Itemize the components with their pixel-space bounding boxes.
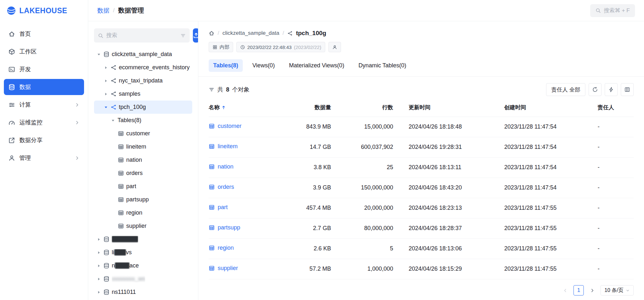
app-logo[interactable]: LAKEHOUSE	[0, 0, 88, 21]
sort-ascending-icon	[221, 105, 226, 110]
sidebar-item-monitor[interactable]: 运维监控	[4, 114, 84, 131]
owner-badge[interactable]	[328, 42, 341, 52]
accelerate-button[interactable]	[605, 83, 618, 96]
table-icon	[118, 210, 124, 216]
column-settings-button[interactable]	[621, 83, 634, 96]
cell-created: 2023/11/28 11:47:54	[504, 117, 598, 137]
cell-created: 2023/11/28 11:47:54	[504, 137, 598, 157]
cell-rows: 25	[331, 157, 393, 178]
sidebar-item-data[interactable]: 数据	[4, 79, 84, 95]
cell-size: 843.9 MB	[289, 117, 331, 137]
tree-node-label: nyc_taxi_tripdata	[119, 77, 163, 84]
tree-node-label: tpch_100g	[119, 104, 146, 111]
chevron-left-icon	[563, 288, 568, 293]
count-suffix: 个对象	[232, 86, 250, 93]
tree-node-samples[interactable]: samples	[94, 87, 192, 101]
table-link-partsupp[interactable]: partsupp	[209, 224, 240, 231]
tree-node-label: region	[126, 209, 142, 216]
tree-node-ns111011[interactable]: ns111011	[94, 285, 192, 299]
cell-rows: 5	[331, 238, 393, 259]
sidebar-item-label: 运维监控	[19, 119, 43, 126]
cell-size: 2.7 GB	[289, 218, 331, 238]
monitor-icon	[8, 119, 15, 126]
next-page-button[interactable]	[587, 285, 597, 295]
sidebar-item-home[interactable]: 首页	[4, 26, 84, 42]
home-icon[interactable]	[209, 30, 214, 36]
tree-node-xxxxxxxx-ws[interactable]: xxxxxxxx_ws	[94, 272, 192, 285]
tree-node-tpch-100g[interactable]: tpch_100g	[94, 101, 192, 114]
sidebar-item-manage[interactable]: 管理	[4, 150, 84, 166]
table-link-orders[interactable]: orders	[209, 184, 234, 190]
cell-updated: 2024/04/26 18:18:48	[393, 117, 504, 137]
tree-node-nyc-taxi-tripdata[interactable]: nyc_taxi_tripdata	[94, 74, 192, 87]
tab-tables-8[interactable]: Tables(8)	[209, 59, 243, 72]
table-link-lineitem[interactable]: lineitem	[209, 143, 238, 150]
refresh-button[interactable]	[589, 83, 601, 96]
page-number[interactable]: 1	[573, 285, 584, 295]
tree-node-clickzetta-sample-data[interactable]: clickzetta_sample_data	[94, 48, 192, 61]
table-link-region[interactable]: region	[209, 245, 234, 251]
tab-views-0[interactable]: Views(0)	[248, 59, 279, 72]
database-icon	[103, 236, 109, 242]
tree-node-tables-8[interactable]: Tables(8)	[94, 114, 192, 127]
tree-node-customer[interactable]: customer	[94, 127, 192, 140]
filter-list-icon[interactable]	[209, 87, 214, 92]
cell-owner: -	[598, 259, 634, 279]
breadcrumb-root[interactable]: 数据	[97, 6, 109, 15]
created-time-badge: 2023/02/22 22:48:43 (2023/02/22)	[236, 42, 325, 52]
table-row-supplier: supplier57.2 MB1,000,0002024/04/26 18:15…	[209, 259, 634, 279]
tree-node-part[interactable]: part	[94, 180, 192, 193]
tab-materialized-views-0[interactable]: Materialized Views(0)	[284, 59, 349, 72]
sidebar-item-develop[interactable]: 开发	[4, 61, 84, 77]
tree-node-nxxxxxace[interactable]: nxxxxxace	[94, 259, 192, 272]
table-icon	[209, 245, 215, 251]
table-link-part[interactable]: part	[209, 204, 228, 211]
tree-node-label: clickzetta_sample_data	[112, 51, 172, 58]
schema-icon	[287, 31, 293, 36]
data-icon	[8, 84, 15, 91]
cell-rows: 80,000,000	[331, 218, 393, 238]
breadcrumb-separator: /	[218, 30, 219, 36]
tree-node-label: Tables(8)	[118, 117, 141, 124]
column-header-name[interactable]: 名称	[209, 99, 289, 117]
column-header-size: 数据量	[289, 99, 331, 117]
table-link-supplier[interactable]: supplier	[209, 265, 238, 272]
sidebar-item-workspace[interactable]: 工作区	[4, 44, 84, 60]
tree-node-lixxxxvs[interactable]: lixxxxvs	[94, 246, 192, 259]
lakehouse-logo-icon	[6, 6, 16, 15]
table-icon	[209, 225, 215, 231]
cell-rows: 600,037,902	[331, 137, 393, 157]
tree-node-orders[interactable]: orders	[94, 167, 192, 180]
filter-icon[interactable]	[180, 33, 186, 38]
prev-page-button[interactable]	[560, 285, 570, 295]
tree-node-label: orders	[126, 170, 143, 177]
owner-filter-button[interactable]: 责任人 全部	[546, 83, 585, 96]
global-search[interactable]: 搜索⌘ + F	[590, 4, 635, 17]
breadcrumb-database[interactable]: clickzetta_sample_data	[223, 30, 279, 36]
main-breadcrumb: / clickzetta_sample_data / tpch_100g	[209, 30, 634, 37]
sidebar-item-label: 首页	[19, 30, 31, 38]
tree-node-region[interactable]: region	[94, 206, 192, 219]
tree-node-lineitem[interactable]: lineitem	[94, 140, 192, 153]
table-link-customer[interactable]: customer	[209, 123, 242, 130]
tree-node-supplier[interactable]: supplier	[94, 219, 192, 233]
sidebar-item-share[interactable]: 数据分享	[4, 132, 84, 148]
main-panel: / clickzetta_sample_data / tpch_100g 内部 …	[198, 21, 644, 300]
cell-owner: -	[598, 117, 634, 137]
upload-button[interactable]	[193, 28, 198, 43]
tree-node-ecommerce-events-history[interactable]: ecommerce_events_history	[94, 61, 192, 74]
explorer-search-input[interactable]	[106, 32, 177, 39]
table-icon	[209, 204, 215, 210]
sidebar-item-compute[interactable]: 计算	[4, 97, 84, 113]
tree-node-partsupp[interactable]: partsupp	[94, 193, 192, 206]
cell-created: 2023/11/28 11:47:54	[504, 178, 598, 198]
tab-dynamic-tables-0[interactable]: Dynamic Tables(0)	[354, 59, 411, 72]
page-size-select[interactable]: 10 条/页	[601, 285, 634, 295]
cell-created: 2023/11/28 11:47:55	[504, 198, 598, 218]
toolbar-right: 责任人 全部	[546, 83, 634, 96]
content: clickzetta_sample_dataecommerce_events_h…	[88, 21, 644, 300]
tree-node-innovation[interactable]: innovation	[94, 233, 192, 246]
table-link-nation[interactable]: nation	[209, 163, 233, 170]
tree-node-nation[interactable]: nation	[94, 153, 192, 167]
table-row-part: part457.4 MB20,000,0002024/04/26 18:23:1…	[209, 198, 634, 218]
